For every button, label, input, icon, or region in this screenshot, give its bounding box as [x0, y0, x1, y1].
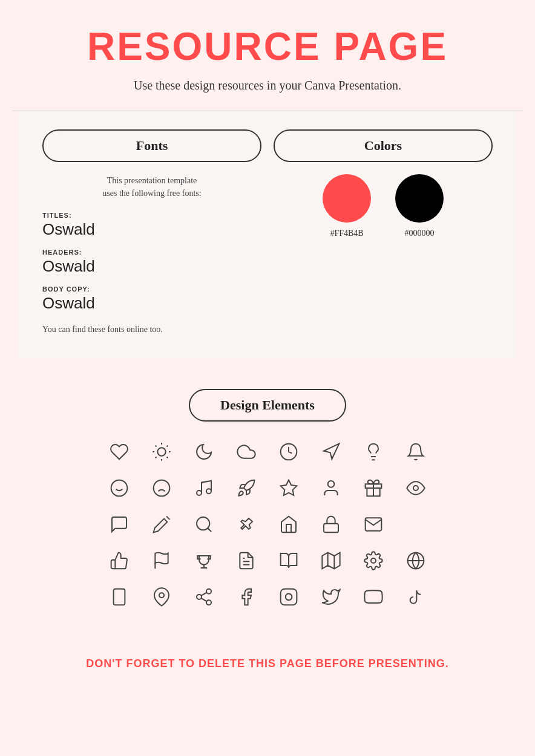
svg-line-47 — [201, 593, 206, 596]
footer-warning: DON'T FORGET TO DELETE THIS PAGE BEFORE … — [12, 645, 523, 682]
svg-marker-20 — [281, 480, 297, 495]
font-item-titles: TITLES: Oswald — [42, 212, 261, 239]
color-circle-black — [395, 174, 444, 223]
icons-row-3 — [107, 512, 428, 536]
svg-point-18 — [197, 490, 202, 495]
bell-icon — [404, 440, 428, 464]
fonts-footer: You can find these fonts online too. — [42, 325, 261, 334]
moon-icon — [192, 440, 216, 464]
color-hex-red: #FF4B4B — [330, 229, 363, 238]
svg-marker-34 — [322, 553, 340, 569]
svg-point-37 — [371, 558, 376, 563]
lock-icon — [319, 512, 343, 536]
icons-row-5 — [107, 585, 428, 609]
svg-rect-28 — [324, 524, 338, 533]
lightbulb-icon — [361, 440, 386, 464]
svg-line-8 — [166, 446, 168, 447]
frown-icon — [149, 476, 174, 500]
fonts-column: Fonts This presentation template uses th… — [42, 129, 261, 334]
youtube-icon — [361, 585, 386, 609]
font-name-headers: Oswald — [42, 257, 261, 276]
icons-row-2 — [107, 476, 428, 500]
music-icon — [192, 476, 216, 500]
two-column-layout: Fonts This presentation template uses th… — [42, 129, 493, 334]
font-label-headers: HEADERS: — [42, 249, 261, 256]
fonts-description: This presentation template uses the foll… — [42, 174, 261, 200]
person-icon — [319, 476, 343, 500]
font-name-titles: Oswald — [42, 220, 261, 239]
page-title: RESOURCE PAGE — [12, 24, 523, 69]
empty-icon — [404, 512, 428, 536]
font-label-body: BODY COPY: — [42, 285, 261, 293]
fonts-header: Fonts — [42, 129, 261, 162]
svg-point-45 — [206, 600, 211, 605]
font-item-body: BODY COPY: Oswald — [42, 285, 261, 313]
trophy-icon — [192, 549, 216, 573]
svg-point-42 — [159, 593, 164, 598]
twitter-icon — [319, 585, 343, 609]
icons-row-4 — [107, 549, 428, 573]
chat-icon — [107, 512, 131, 536]
svg-line-3 — [156, 446, 157, 447]
svg-line-4 — [166, 457, 168, 458]
color-swatch-red: #FF4B4B — [323, 174, 371, 238]
icons-row-1 — [107, 440, 428, 464]
phone-icon — [107, 585, 131, 609]
thumbsup-icon — [107, 549, 131, 573]
footer-warning-text: DON'T FORGET TO DELETE THIS PAGE BEFORE … — [24, 657, 511, 670]
svg-point-43 — [206, 589, 211, 594]
star-icon — [277, 476, 301, 500]
rocket-icon — [234, 476, 258, 500]
instagram-icon — [277, 585, 301, 609]
colors-swatches: #FF4B4B #000000 — [274, 174, 493, 238]
gift-icon — [361, 476, 386, 500]
font-name-body: Oswald — [42, 294, 261, 313]
tiktok-icon — [404, 585, 428, 609]
share-icon — [192, 585, 216, 609]
location-icon — [149, 585, 174, 609]
search-icon — [192, 512, 216, 536]
icons-grid — [12, 440, 523, 609]
svg-line-25 — [166, 516, 169, 520]
color-circle-red — [323, 174, 371, 223]
page-subtitle: Use these design resources in your Canva… — [12, 79, 523, 93]
clock-icon — [277, 440, 301, 464]
heart-icon — [107, 440, 131, 464]
svg-line-46 — [201, 598, 206, 601]
svg-line-27 — [208, 528, 211, 532]
svg-point-21 — [328, 481, 335, 487]
svg-point-26 — [197, 517, 209, 530]
font-label-titles: TITLES: — [42, 212, 261, 219]
content-card: Fonts This presentation template uses th… — [18, 111, 517, 359]
megaphone-icon — [319, 440, 343, 464]
document-icon — [234, 549, 258, 573]
settings-icon — [361, 549, 386, 573]
svg-line-7 — [156, 457, 157, 458]
svg-point-15 — [154, 480, 170, 497]
map-icon — [319, 549, 343, 573]
mail-icon — [361, 512, 386, 536]
design-elements-section: Design Elements — [12, 389, 523, 609]
svg-point-24 — [413, 486, 418, 490]
svg-rect-48 — [281, 589, 297, 605]
svg-point-19 — [206, 489, 211, 494]
smile-icon — [107, 476, 131, 500]
svg-marker-50 — [372, 594, 376, 599]
svg-point-12 — [111, 480, 128, 497]
pin-icon — [234, 512, 258, 536]
svg-point-0 — [157, 448, 165, 455]
book-icon — [277, 549, 301, 573]
color-swatch-black: #000000 — [395, 174, 444, 238]
design-elements-header: Design Elements — [189, 389, 346, 422]
svg-point-44 — [197, 595, 202, 599]
svg-rect-40 — [114, 589, 125, 605]
colors-column: Colors #FF4B4B #000000 — [274, 129, 493, 238]
pencil-icon — [149, 512, 174, 536]
facebook-icon — [234, 585, 258, 609]
flag-icon — [149, 549, 174, 573]
globe-icon — [404, 549, 428, 573]
font-item-headers: HEADERS: Oswald — [42, 249, 261, 276]
eye-icon — [404, 476, 428, 500]
sun-icon — [149, 440, 174, 464]
home-icon — [277, 512, 301, 536]
